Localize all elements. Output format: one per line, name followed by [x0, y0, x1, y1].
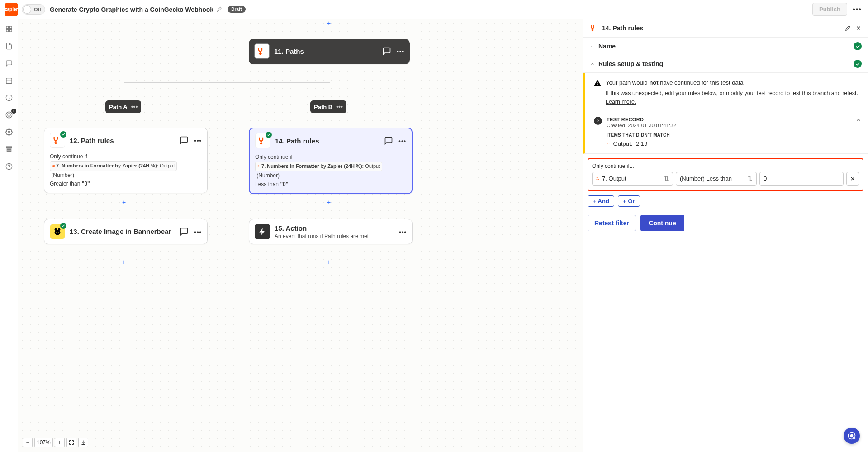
cond-op: Less than [255, 181, 280, 187]
rail-archive-icon[interactable] [5, 145, 14, 154]
connector [329, 82, 329, 100]
rail-copilot-icon[interactable]: 1 [5, 110, 14, 119]
add-or-button[interactable]: +Or [618, 195, 640, 207]
help-fab[interactable] [844, 428, 860, 444]
chevron-down-icon [589, 44, 595, 49]
more-icon[interactable]: ••• [397, 48, 404, 55]
zoom-fit-button[interactable] [66, 438, 76, 447]
plus-icon[interactable]: + [326, 20, 332, 26]
check-icon [854, 60, 862, 68]
svg-rect-2 [6, 29, 9, 32]
field-value: 7. Output [602, 175, 626, 182]
path-a-pill[interactable]: Path A ••• [105, 100, 141, 113]
close-icon[interactable] [855, 25, 862, 31]
check-badge-icon [266, 132, 272, 138]
comment-icon[interactable] [180, 136, 189, 145]
svg-rect-11 [7, 148, 11, 150]
left-rail: 1 [0, 19, 18, 452]
rail-grid-icon[interactable] [5, 24, 14, 33]
status-badge: Draft [228, 6, 245, 13]
canvas[interactable]: + 11. Paths ••• [18, 19, 583, 452]
more-icon[interactable]: ••• [131, 103, 138, 110]
node-title: 14. Path rules [275, 137, 379, 145]
retest-button[interactable]: Retest filter [588, 215, 636, 231]
rail-notes-icon[interactable] [5, 42, 14, 51]
learn-more-link[interactable]: Learn more. [606, 99, 636, 105]
edit-icon[interactable] [844, 25, 851, 31]
token-main: 7. Numbers in Formatter by Zapier (24H %… [56, 162, 158, 170]
section-label: Name [598, 43, 854, 50]
node-12-path-rules[interactable]: 12. Path rules ••• Only continue if ≈ 7.… [44, 128, 208, 193]
chevron-up-icon [589, 62, 595, 67]
edit-title-icon[interactable] [216, 6, 222, 12]
token-chip: ≈ 7. Numbers in Formatter by Zapier (24H… [50, 161, 177, 171]
field-select[interactable]: ≈ 7. Output ⇅ [592, 172, 673, 186]
more-icon[interactable]: ••• [399, 228, 407, 235]
chevron-updown-icon: ⇅ [664, 175, 669, 182]
path-b-pill[interactable]: Path B ••• [310, 100, 346, 113]
rail-calendar-icon[interactable] [5, 76, 14, 85]
section-rules[interactable]: Rules setup & testing [583, 55, 868, 73]
plus-icon[interactable]: + [121, 259, 127, 265]
value-input[interactable] [759, 172, 844, 186]
node-title: 12. Path rules [70, 137, 175, 144]
chevron-updown-icon: ⇅ [748, 175, 753, 182]
only-continue-label: Only continue if [50, 152, 202, 161]
chevron-up-icon[interactable] [855, 117, 862, 123]
section-name[interactable]: Name [583, 38, 868, 55]
top-more-menu[interactable]: ••• [851, 5, 863, 14]
more-icon[interactable]: ••• [194, 137, 202, 144]
more-icon[interactable]: ••• [398, 138, 406, 144]
node-14-path-rules[interactable]: 14. Path rules ••• Only continue if ≈ 7.… [249, 128, 413, 194]
publish-button[interactable]: Publish [812, 3, 847, 16]
add-and-button[interactable]: +And [588, 195, 614, 207]
rail-comments-icon[interactable] [5, 59, 14, 68]
toggle-knob [23, 5, 31, 14]
rail-history-icon[interactable] [5, 93, 14, 102]
zoom-controls: − 107% + [23, 438, 88, 447]
comment-icon[interactable] [384, 136, 393, 145]
more-icon[interactable]: ••• [336, 103, 343, 110]
zoom-level[interactable]: 107% [34, 438, 53, 447]
connector [124, 82, 330, 83]
cond-val: "0" [280, 181, 288, 187]
comment-icon[interactable] [382, 47, 391, 56]
only-continue-label: Only continue if [255, 153, 406, 162]
path-label: Path B [314, 104, 332, 110]
node-title: 13. Create Image in Bannerbear [70, 227, 175, 236]
svg-point-18 [56, 232, 57, 233]
connector [329, 64, 329, 82]
comment-icon[interactable] [180, 227, 189, 236]
cond-type: (Number) [256, 172, 280, 179]
connector [124, 114, 124, 128]
filter-icon [589, 24, 598, 33]
zoom-in-button[interactable]: + [55, 438, 65, 447]
plus-icon[interactable]: + [121, 199, 127, 205]
node-13-bannerbear[interactable]: 13. Create Image in Bannerbear ••• [44, 219, 208, 244]
svg-rect-3 [9, 29, 12, 32]
rules-label: Only continue if... [592, 163, 859, 169]
rail-help-icon[interactable] [5, 162, 14, 171]
svg-point-19 [58, 232, 59, 233]
token-main: 7. Numbers in Formatter by Zapier (24H %… [261, 162, 364, 171]
zoom-out-button[interactable]: − [23, 438, 33, 447]
plus-icon[interactable]: + [326, 259, 332, 265]
bannerbear-icon [50, 224, 65, 239]
condition-select[interactable]: (Number) Less than ⇅ [676, 172, 757, 186]
continue-button[interactable]: Continue [640, 215, 684, 231]
plus-icon: + [623, 198, 626, 205]
plus-icon[interactable]: + [326, 199, 332, 205]
toggle-label: Off [34, 7, 41, 12]
items-header: ITEMS THAT DIDN'T MATCH [607, 133, 862, 138]
zap-toggle[interactable]: Off [22, 4, 45, 15]
export-button[interactable] [78, 438, 88, 447]
svg-rect-1 [9, 26, 12, 29]
more-icon[interactable]: ••• [194, 228, 202, 235]
rail-settings-icon[interactable] [5, 128, 14, 137]
node-paths[interactable]: 11. Paths ••• [249, 39, 410, 64]
test-subtext: If this was unexpected, edit your rules … [606, 89, 862, 106]
zapier-logo[interactable]: zapier [5, 3, 18, 16]
remove-rule-button[interactable] [846, 172, 859, 186]
node-15-action[interactable]: 15. Action An event that runs if Path ru… [249, 219, 413, 244]
paths-icon [254, 43, 270, 59]
